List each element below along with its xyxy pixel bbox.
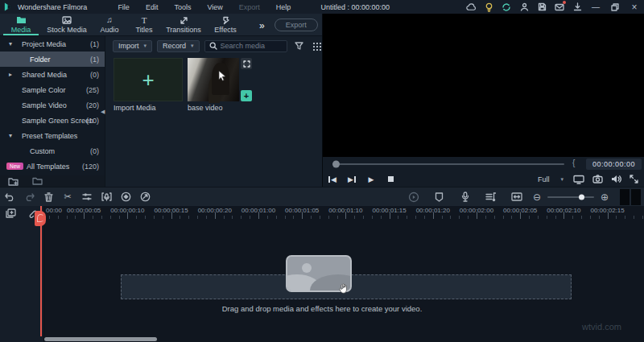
project-title: Untitled : 00:00:00:00 — [320, 3, 390, 11]
sidebar-item-sample-video[interactable]: Sample Video (20) — [0, 97, 105, 113]
save-icon[interactable] — [533, 0, 551, 14]
sync-support-icon[interactable] — [497, 0, 515, 14]
sidebar-item-shared-media[interactable]: ▸ Shared Media (0) — [0, 67, 105, 82]
add-to-timeline-icon[interactable]: + — [241, 90, 252, 101]
speed-icon[interactable] — [135, 192, 155, 202]
new-folder-icon[interactable] — [8, 177, 19, 186]
expand-arrow-icon[interactable]: ▾ — [9, 40, 17, 47]
display-device-icon[interactable] — [573, 175, 584, 184]
cloud-icon[interactable] — [462, 0, 480, 14]
seek-handle[interactable] — [332, 161, 340, 168]
expand-arrow-icon[interactable]: ▾ — [9, 132, 17, 139]
tab-effects[interactable]: Effects — [206, 14, 245, 35]
chevron-down-icon: ▾ — [191, 43, 194, 49]
zoom-to-fit-icon[interactable] — [507, 192, 526, 201]
restore-button[interactable] — [605, 0, 625, 14]
playhead-handle[interactable] — [35, 211, 46, 226]
transitions-icon — [180, 16, 188, 25]
drag-hand-cursor — [338, 282, 350, 295]
search-box[interactable] — [204, 40, 287, 52]
audio-notes-icon: ♫ — [106, 16, 113, 25]
filmora-logo-icon — [3, 2, 14, 12]
preview-frame-icon[interactable] — [241, 58, 252, 69]
search-input[interactable] — [221, 42, 283, 50]
marker-icon[interactable] — [430, 192, 449, 202]
timeline-zoom-out-icon[interactable]: ⊖ — [533, 192, 541, 203]
redo-icon[interactable] — [19, 192, 39, 201]
import-media-card[interactable]: + — [114, 58, 183, 101]
sidebar-item-folder[interactable]: Folder (1) — [0, 52, 105, 67]
minimize-button[interactable]: — — [586, 0, 605, 14]
close-button[interactable]: × — [625, 0, 644, 14]
clip-thumbnail[interactable] — [188, 58, 239, 101]
chevron-down-icon: ▾ — [560, 176, 564, 183]
play-button[interactable]: ▶ — [361, 175, 381, 183]
tab-transitions[interactable]: Transitions — [161, 14, 206, 35]
snapshot-camera-icon[interactable] — [592, 175, 603, 183]
audio-enhance-icon[interactable] — [97, 192, 116, 201]
undo-icon[interactable] — [0, 192, 19, 201]
filter-icon[interactable] — [292, 42, 305, 50]
tab-media[interactable]: Media — [0, 14, 42, 35]
account-icon[interactable] — [515, 0, 533, 14]
tab-titles[interactable]: T Titles — [127, 14, 161, 35]
render-preview-icon[interactable] — [404, 192, 423, 203]
lamp-icon[interactable] — [480, 0, 497, 14]
menu-edit[interactable]: Edit — [138, 3, 167, 11]
mark-in-button[interactable]: { — [572, 159, 575, 167]
zoom-slider-knob[interactable] — [579, 194, 584, 200]
notification-dot — [563, 1, 566, 4]
messages-icon[interactable] — [551, 0, 568, 14]
step-back-button[interactable]: ◀ — [323, 175, 342, 183]
more-tabs-chevron[interactable]: » — [259, 19, 263, 31]
seek-bar[interactable] — [332, 163, 564, 165]
volume-icon[interactable] — [611, 175, 621, 183]
clip-hover-actions: + — [241, 58, 254, 101]
import-dropdown[interactable]: Import ▾ — [113, 40, 152, 52]
crop-adjust-icon[interactable] — [77, 192, 97, 201]
split-scissors-icon[interactable]: ✂ — [58, 192, 77, 202]
timeline-zoom-slider[interactable] — [547, 196, 594, 198]
folder-icon[interactable] — [32, 177, 43, 185]
grid-view-icon[interactable] — [310, 42, 323, 51]
tab-label: Stock Media — [47, 26, 87, 34]
menu-help[interactable]: Help — [268, 3, 299, 11]
sidebar-item-custom[interactable]: Custom (0) — [0, 143, 105, 159]
sidebar-item-all-templates[interactable]: New All Templates (120) — [0, 159, 105, 174]
tab-audio[interactable]: ♫ Audio — [92, 14, 127, 35]
media-panel: ◀ Import ▾ Record ▾ + + — [105, 36, 322, 187]
sidebar-item-sample-color[interactable]: Sample Color (25) — [0, 82, 105, 97]
record-dropdown[interactable]: Record ▾ — [157, 40, 200, 52]
stop-button[interactable] — [381, 176, 400, 182]
collapse-panel-icon[interactable]: ◀ — [101, 109, 105, 115]
horizontal-scrollbar[interactable] — [44, 337, 157, 341]
tab-stock-media[interactable]: Stock Media — [42, 14, 92, 35]
timeline-corner-blocks — [620, 189, 641, 205]
menu-view[interactable]: View — [199, 3, 230, 11]
step-forward-button[interactable]: ▶ — [342, 175, 361, 183]
timeline-zoom-in-icon[interactable]: ⊕ — [601, 192, 609, 203]
chevron-down-icon: ▾ — [144, 43, 147, 49]
preview-timecode: 00:00:00:00 — [586, 159, 642, 170]
publish-icon[interactable] — [568, 0, 586, 14]
keyframe-icon[interactable] — [116, 192, 135, 202]
sidebar-item-sample-green-screen[interactable]: Sample Green Screen (10) — [0, 113, 105, 128]
audio-mixer-icon[interactable] — [481, 192, 501, 202]
manage-tracks-icon[interactable] — [6, 208, 16, 218]
preview-screen[interactable] — [323, 14, 644, 157]
timeline-ruler[interactable]: 00:00 00:00:00:05 00:00:00:10 00:00:00:1… — [44, 206, 644, 219]
zoom-level-dropdown[interactable]: Full ▾ — [538, 175, 564, 183]
menu-file[interactable]: File — [109, 3, 138, 11]
sidebar-item-preset-templates[interactable]: ▾ Preset Templates — [0, 128, 105, 143]
menu-tools[interactable]: Tools — [166, 3, 199, 11]
new-badge: New — [6, 163, 23, 170]
delete-icon[interactable] — [39, 192, 58, 202]
export-button[interactable]: Export — [275, 19, 318, 31]
sidebar-item-project-media[interactable]: ▾ Project Media (1) — [0, 36, 105, 52]
collapse-arrow-icon[interactable]: ▸ — [9, 71, 17, 78]
fullscreen-icon[interactable] — [630, 175, 638, 183]
voiceover-mic-icon[interactable] — [456, 192, 475, 202]
tabbar: Media Stock Media ♫ Audio T Titles Trans… — [0, 14, 322, 36]
effects-icon — [221, 16, 230, 25]
tab-label: Media — [11, 26, 31, 34]
